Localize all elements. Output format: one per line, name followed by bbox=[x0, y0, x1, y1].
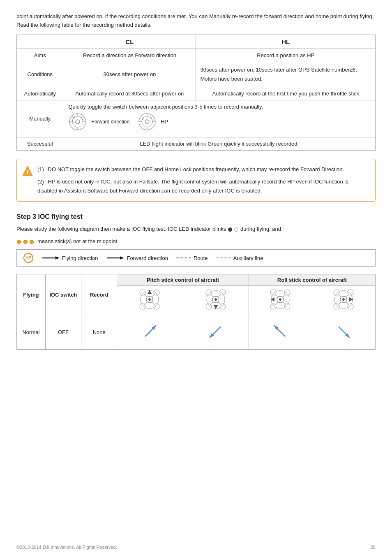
hp-circle-icon: HP bbox=[23, 253, 33, 263]
legend-arrow2: Forward direction bbox=[106, 255, 168, 261]
step3-heading-text: Step 3 IOC flying test bbox=[16, 213, 83, 220]
svg-point-32 bbox=[148, 298, 151, 301]
svg-marker-19 bbox=[120, 256, 124, 260]
warning-item-2: (2) HP is used not only in IOC, but also… bbox=[37, 177, 369, 195]
warning-num-1: (1) bbox=[37, 165, 44, 174]
hp-label-diagram: HP bbox=[161, 118, 168, 125]
successful-content: LED flight indicator will blink Green qu… bbox=[63, 137, 376, 150]
svg-line-67 bbox=[338, 302, 341, 305]
conditions-hl: 30secs after power on; 10secs later afte… bbox=[196, 62, 376, 87]
drone-pitch-down-icon bbox=[205, 288, 227, 311]
svg-point-2 bbox=[76, 120, 80, 124]
conditions-label: Conditions bbox=[17, 62, 63, 87]
ioc-col-record: Record bbox=[81, 274, 117, 315]
legend-arrow1: Flying direction bbox=[42, 255, 98, 261]
arrow-diagonal-sw bbox=[203, 319, 228, 344]
warning-num-2: (2) bbox=[37, 177, 44, 186]
ioc-col-switch: IOC switch bbox=[45, 274, 81, 315]
svg-marker-17 bbox=[55, 256, 60, 260]
svg-line-52 bbox=[275, 294, 278, 297]
ioc-col-pitch-header: Pitch stick control of aircraft bbox=[117, 274, 249, 286]
legend-bar: HP HP Flying direction Forward direction… bbox=[16, 249, 376, 267]
svg-line-27 bbox=[152, 294, 155, 297]
drone-roll-left-icon bbox=[269, 288, 292, 311]
record-table: CL HL Aims Record a direction as Forward… bbox=[16, 35, 376, 151]
ioc-row-normal: Normal OFF None bbox=[17, 315, 376, 350]
automatically-cl: Automatically record at 30secs after pow… bbox=[63, 87, 196, 100]
warning-box: ! (1) DO NOT toggle the switch between t… bbox=[16, 159, 376, 202]
aims-hl: Record a position as HP bbox=[196, 49, 376, 62]
svg-line-41 bbox=[210, 302, 213, 305]
step3-desc1: Please study the following diagram then … bbox=[16, 226, 226, 232]
ioc-col-roll-header: Roll stick control of aircraft bbox=[249, 274, 375, 286]
pitch-normal-fwd bbox=[117, 315, 183, 350]
ioc-table: Flying IOC switch Record Pitch stick con… bbox=[16, 274, 376, 350]
table-row-manually: Manually Quickly toggle the switch betwe… bbox=[17, 100, 376, 137]
step3-desc3: means stick(s) not at the midpoint. bbox=[37, 238, 119, 244]
step3-desc: Please study the following diagram then … bbox=[16, 225, 376, 234]
arrow-diagonal-ne bbox=[138, 319, 162, 344]
pitch-sub-col-2 bbox=[183, 286, 249, 315]
roll-normal-right bbox=[312, 315, 375, 350]
flying-normal: Normal bbox=[17, 315, 46, 350]
led-dot-orange1 bbox=[17, 240, 21, 244]
pitch-normal-back bbox=[183, 315, 249, 350]
route-label: Route bbox=[194, 255, 208, 261]
roll-sub-col-1 bbox=[249, 286, 312, 315]
svg-point-1 bbox=[72, 116, 83, 127]
svg-line-42 bbox=[218, 302, 221, 305]
col-header-cl: CL bbox=[63, 35, 196, 49]
arrow-solid-1 bbox=[42, 255, 60, 261]
arrow-diagonal-se bbox=[331, 319, 356, 344]
warning-item-1: (1) DO NOT toggle the switch between the… bbox=[37, 165, 369, 174]
led-dot-orange2 bbox=[23, 240, 28, 244]
table-row-automatically: Automatically Automatically record at 30… bbox=[17, 87, 376, 100]
manually-diagram: Forward direction HP bbox=[68, 110, 370, 134]
svg-line-28 bbox=[144, 302, 147, 305]
table-row-successful: Successful LED flight indicator will bli… bbox=[17, 137, 376, 150]
conditions-cl: 30secs after power on bbox=[63, 62, 196, 87]
col-header-empty bbox=[17, 35, 63, 49]
automatically-label: Automatically bbox=[17, 87, 63, 100]
svg-line-66 bbox=[346, 294, 349, 297]
table-row-aims: Aims Record a direction as Forward direc… bbox=[17, 49, 376, 62]
automatically-hl: Automatically record at the first time y… bbox=[196, 87, 376, 100]
footer-page: 28 bbox=[371, 545, 376, 550]
step3-heading: Step 3 IOC flying test bbox=[16, 213, 376, 220]
svg-line-26 bbox=[144, 294, 147, 297]
warning-triangle-icon: ! bbox=[22, 165, 33, 176]
svg-line-54 bbox=[275, 302, 278, 305]
forward-direction-label: Forward direction bbox=[91, 119, 129, 125]
forward-direction-legend-label: Forward direction bbox=[127, 255, 168, 261]
footer: ©2013-2014 DJI Innovations. All Rights R… bbox=[16, 545, 376, 550]
table-row-conditions: Conditions 30secs after power on 30secs … bbox=[17, 62, 376, 87]
warning-text-2: HP is used not only in IOC, but also in … bbox=[37, 179, 348, 194]
svg-point-45 bbox=[214, 298, 217, 301]
pitch-sub-col-1 bbox=[117, 286, 183, 315]
step3-desc-midpoint: means stick(s) not at the midpoint. bbox=[16, 237, 376, 246]
svg-line-39 bbox=[210, 294, 213, 297]
led-dot-dark1 bbox=[228, 227, 232, 232]
svg-point-9 bbox=[145, 120, 149, 124]
svg-line-53 bbox=[283, 294, 286, 297]
ioc-col-flying: Flying bbox=[17, 274, 46, 315]
aims-label: Aims bbox=[17, 49, 63, 62]
drone-pitch-up-icon bbox=[138, 288, 161, 311]
intro-paragraph: point automatically after powered on, if… bbox=[16, 12, 376, 30]
svg-point-71 bbox=[342, 298, 345, 301]
svg-line-68 bbox=[346, 302, 349, 305]
svg-line-65 bbox=[338, 294, 341, 297]
col-header-hl: HL bbox=[196, 35, 376, 49]
svg-line-29 bbox=[152, 302, 155, 305]
flying-direction-label: Flying direction bbox=[62, 255, 98, 261]
legend-hp: HP HP bbox=[23, 253, 33, 263]
roll-sub-col-2 bbox=[312, 286, 375, 315]
route-dashed-icon bbox=[176, 258, 191, 258]
aims-cl: Record a direction as Forward direction bbox=[63, 49, 196, 62]
manually-label: Manually bbox=[17, 100, 63, 137]
auxiliary-dashed-icon bbox=[216, 258, 231, 258]
arrow-solid-2 bbox=[106, 255, 124, 261]
led-dot-white1 bbox=[234, 227, 238, 232]
arrow-diagonal-nw bbox=[268, 319, 293, 344]
successful-label: Successful bbox=[17, 137, 63, 150]
